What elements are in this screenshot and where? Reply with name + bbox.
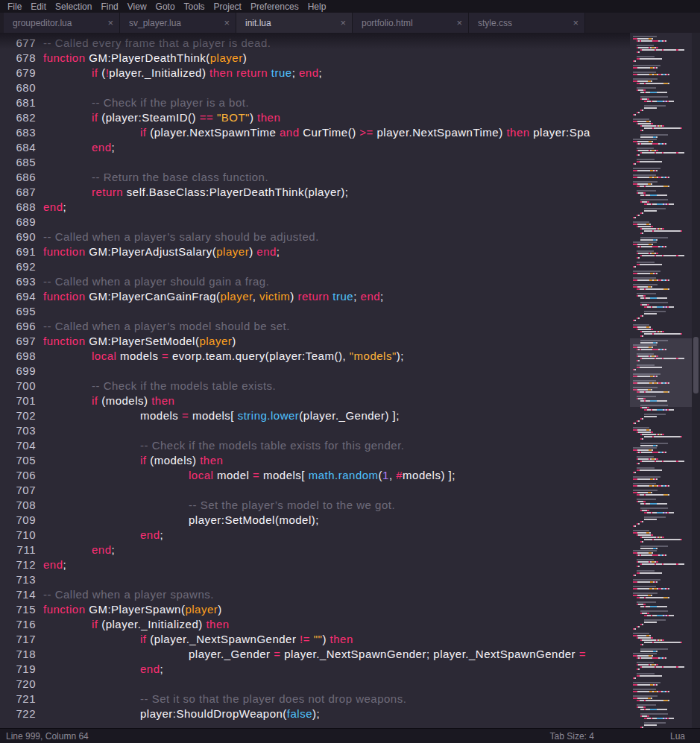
- code-line[interactable]: function GM:PlayerCanGainFrag(player, vi…: [43, 289, 630, 304]
- menu-file[interactable]: File: [3, 1, 26, 12]
- status-syntax[interactable]: Lua: [670, 731, 685, 742]
- code-token: );: [312, 707, 320, 720]
- code-line[interactable]: -- Called when a player’s salary should …: [43, 230, 630, 244]
- code-line[interactable]: [43, 215, 630, 230]
- code-token: -- Check if the player is a bot.: [92, 96, 249, 109]
- code-token: self.BaseClass:PlayerDeathThink(player);: [123, 186, 348, 198]
- code-token: end: [256, 245, 277, 258]
- code-line[interactable]: function GM:PlayerAdjustSalary(player) e…: [43, 244, 630, 259]
- code-line[interactable]: [43, 304, 630, 319]
- tab-groupeditor-lua[interactable]: groupeditor.lua×: [4, 13, 120, 33]
- code-line[interactable]: [43, 259, 630, 274]
- code-line[interactable]: [43, 423, 630, 438]
- code-line[interactable]: [43, 677, 630, 692]
- code-line[interactable]: [43, 483, 630, 498]
- scrollbar-thumb[interactable]: [693, 337, 699, 393]
- code-line[interactable]: end;: [43, 200, 630, 215]
- menu-tools[interactable]: Tools: [180, 1, 209, 12]
- code-line[interactable]: [43, 80, 630, 95]
- code-line[interactable]: function GM:PlayerDeathThink(player): [43, 51, 630, 66]
- menu-preferences[interactable]: Preferences: [246, 1, 303, 12]
- code-line[interactable]: -- Return the base class function.: [43, 170, 630, 185]
- code-token: if: [140, 454, 147, 467]
- code-line[interactable]: if (player.NextSpawnTime and CurTime() >…: [43, 125, 630, 140]
- tab-portfolio-html[interactable]: portfolio.html×: [353, 13, 469, 33]
- menu-selection[interactable]: Selection: [51, 1, 96, 12]
- code-token: =: [253, 469, 259, 481]
- code-line[interactable]: if (player._NextSpawnGender != "") then: [43, 632, 630, 647]
- code-line[interactable]: end;: [43, 528, 630, 543]
- code-line[interactable]: if (!player._Initialized) then return tr…: [43, 66, 630, 80]
- minimap-viewport[interactable]: [630, 338, 692, 407]
- code-line[interactable]: -- Check if the models table exists.: [43, 379, 630, 393]
- code-line[interactable]: end;: [43, 543, 630, 557]
- tab-close-icon[interactable]: ×: [568, 18, 578, 28]
- code-line[interactable]: end;: [43, 557, 630, 572]
- code-line[interactable]: -- Check if the models table exists for …: [43, 438, 630, 453]
- code-token: 1: [382, 469, 389, 481]
- code-line[interactable]: end;: [43, 662, 630, 677]
- tab-close-icon[interactable]: ×: [335, 18, 346, 28]
- code-line[interactable]: -- Check if the player is a bot.: [43, 95, 630, 110]
- code-token: string.lower: [238, 409, 300, 422]
- code-area[interactable]: -- Called every frame that a player is d…: [43, 33, 630, 728]
- code-token: (: [98, 66, 106, 79]
- code-line[interactable]: player:ShouldDropWeapon(false);: [43, 706, 630, 721]
- menu-view[interactable]: View: [123, 1, 151, 12]
- tab-init-lua[interactable]: init.lua×: [236, 13, 353, 33]
- code-token: player:ShouldDropWeapon(: [140, 707, 287, 720]
- code-token: end: [361, 290, 381, 303]
- code-token: models: [116, 350, 162, 362]
- code-line[interactable]: function GM:PlayerSetModel(player): [43, 334, 630, 349]
- line-number: 687: [0, 185, 36, 200]
- code-line[interactable]: models = models[ string.lower(player._Ge…: [43, 408, 630, 423]
- menu-edit[interactable]: Edit: [26, 1, 51, 12]
- code-token: ): [243, 51, 247, 64]
- code-token: GM:PlayerSetModel(: [86, 335, 200, 347]
- code-line[interactable]: function GM:PlayerSpawn(player): [43, 602, 630, 617]
- tab-close-icon[interactable]: ×: [103, 18, 113, 28]
- status-tab-size[interactable]: Tab Size: 4: [550, 731, 594, 742]
- menu-help[interactable]: Help: [303, 1, 331, 12]
- tab-label: groupeditor.lua: [13, 18, 103, 28]
- code-line[interactable]: if (player:SteamID() == "BOT") then: [43, 110, 630, 125]
- minimap[interactable]: [630, 33, 692, 728]
- line-number: 696: [0, 319, 36, 334]
- menu-goto[interactable]: Goto: [151, 1, 180, 12]
- tab-sv-player-lua[interactable]: sv_player.lua×: [120, 13, 236, 33]
- code-line[interactable]: end;: [43, 140, 630, 155]
- code-token: if: [92, 394, 98, 407]
- code-line[interactable]: local model = models[ math.random(1, #mo…: [43, 468, 630, 483]
- code-line[interactable]: -- Set it so that the player does not dr…: [43, 692, 630, 706]
- menu-find[interactable]: Find: [96, 1, 122, 12]
- code-line[interactable]: -- Set the player’s model to the we got.: [43, 498, 630, 513]
- code-line[interactable]: player:SetModel(model);: [43, 513, 630, 528]
- code-line[interactable]: -- Called when a player’s model should b…: [43, 319, 630, 334]
- code-token: end: [140, 528, 160, 541]
- code-line[interactable]: if (player._Initialized) then: [43, 617, 630, 632]
- code-line[interactable]: -- Called when a player spawns.: [43, 587, 630, 602]
- tab-close-icon[interactable]: ×: [219, 18, 230, 28]
- code-token: CurTime(): [300, 126, 360, 139]
- code-line[interactable]: [43, 155, 630, 170]
- code-line[interactable]: [43, 572, 630, 587]
- code-line[interactable]: -- Called when a player should gain a fr…: [43, 274, 630, 289]
- code-token: player: [185, 603, 218, 616]
- tab-close-icon[interactable]: ×: [452, 18, 462, 28]
- code-token: return: [297, 290, 329, 303]
- tab-style-css[interactable]: style.css×: [469, 13, 585, 33]
- menu-project[interactable]: Project: [209, 1, 246, 12]
- code-line[interactable]: if (models) then: [43, 393, 630, 408]
- line-number: 700: [0, 379, 36, 393]
- code-token: player._Initialized): [109, 66, 209, 79]
- code-line[interactable]: if (models) then: [43, 453, 630, 468]
- code-line[interactable]: [43, 364, 630, 379]
- code-line[interactable]: return self.BaseClass:PlayerDeathThink(p…: [43, 185, 630, 200]
- scrollbar[interactable]: [692, 33, 700, 728]
- code-token: model: [213, 469, 253, 481]
- code-line[interactable]: local models = evorp.team.query(player:T…: [43, 349, 630, 364]
- code-token: -- Return the base class function.: [92, 171, 268, 183]
- code-line[interactable]: player._Gender = player._NextSpawnGender…: [43, 647, 630, 662]
- code-line[interactable]: -- Called every frame that a player is d…: [43, 36, 630, 51]
- line-number: 721: [0, 692, 36, 706]
